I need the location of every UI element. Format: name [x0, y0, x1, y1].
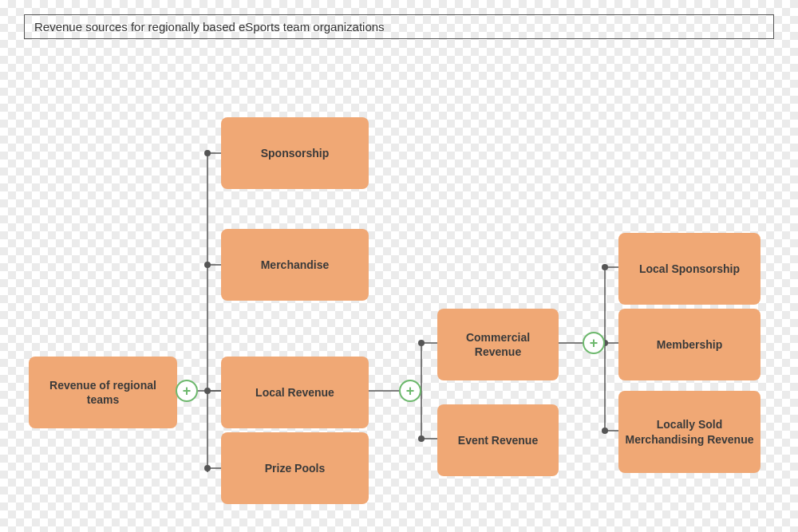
- diagram-title: Revenue sources for regionally based eSp…: [24, 14, 774, 39]
- node-event-revenue: Event Revenue: [437, 404, 559, 476]
- node-local-sponsorship: Local Sponsorship: [618, 233, 760, 305]
- diagram-container: Revenue sources for regionally based eSp…: [0, 0, 798, 532]
- node-sponsorship: Sponsorship: [221, 117, 369, 189]
- dot-prize-pools: [204, 465, 211, 471]
- node-locally-sold: Locally Sold Merchandising Revenue: [618, 391, 760, 473]
- plus-node-2: +: [399, 380, 421, 402]
- dot-sponsorship: [204, 150, 211, 156]
- node-revenue-regional: Revenue of regional teams: [29, 357, 177, 428]
- node-membership: Membership: [618, 309, 760, 380]
- node-commercial-revenue: Commercial Revenue: [437, 309, 559, 380]
- dot-event: [418, 435, 425, 442]
- node-prize-pools: Prize Pools: [221, 432, 369, 504]
- node-local-revenue: Local Revenue: [221, 357, 369, 428]
- dot-merchandise: [204, 262, 211, 268]
- dot-local-revenue: [204, 388, 211, 394]
- dot-local-sponsorship: [602, 264, 608, 270]
- dot-commercial: [418, 340, 425, 346]
- plus-node-1: +: [176, 380, 198, 402]
- plus-node-3: +: [583, 332, 605, 354]
- node-merchandise: Merchandise: [221, 229, 369, 301]
- dot-locally-sold: [602, 428, 608, 434]
